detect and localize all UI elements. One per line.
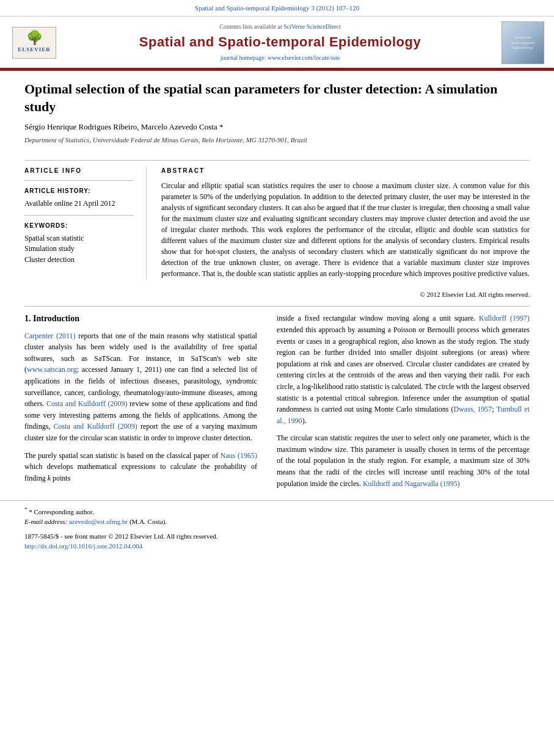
copyright-line: © 2012 Elsevier Ltd. All rights reserved… — [0, 286, 554, 300]
article-info-heading: Article Info — [24, 167, 134, 176]
article-history-label: Article history: — [24, 187, 134, 196]
header-center: Contents lists available at SciVerse Sci… — [66, 23, 494, 63]
body-right-column: inside a fixed rectangular window moving… — [267, 313, 530, 495]
right-para-2: The circular scan statistic requires the… — [277, 432, 530, 489]
doi-link[interactable]: http://dx.doi.org/10.1016/j.sste.2012.04… — [24, 542, 142, 550]
kulldorff-nagarwalla-link[interactable]: Kulldorff and Nagarwalla (1995) — [363, 479, 460, 488]
right-para-1: inside a fixed rectangular window moving… — [277, 313, 530, 426]
available-online: Available online 21 April 2012 — [24, 198, 134, 209]
doi-line: http://dx.doi.org/10.1016/j.sste.2012.04… — [24, 542, 530, 551]
costa-kulldorff-link-2[interactable]: Costa and Kulldorff (2009) — [54, 422, 137, 431]
journal-header: 🌳 ELSEVIER Contents lists available at S… — [0, 16, 554, 69]
red-divider — [0, 69, 554, 71]
journal-citation-bar: Spatial and Spatio-temporal Epidemiology… — [0, 0, 554, 16]
keyword-3: Cluster detection — [24, 255, 134, 265]
elsevier-label: ELSEVIER — [18, 46, 51, 54]
intro-para-2: The purely spatial scan statistic is bas… — [24, 450, 257, 484]
journal-homepage: journal homepage: www.elsevier.com/locat… — [66, 54, 494, 63]
author-affiliation: Department of Statistics, Universidade F… — [24, 136, 530, 145]
journal-title: Spatial and Spatio-temporal Epidemiology — [66, 32, 494, 52]
keywords-label: Keywords: — [24, 222, 134, 231]
abstract-text: Circular and elliptic spatial scan stati… — [161, 180, 530, 279]
article-authors: Sérgio Henrique Rodrigues Ribeiro, Marce… — [24, 122, 530, 133]
sciverse-line: Contents lists available at SciVerse Sci… — [66, 23, 494, 32]
article-info-panel: Article Info Article history: Available … — [24, 167, 147, 280]
footnote-section: * * Corresponding author. E-mail address… — [0, 500, 554, 529]
journal-cover-thumbnail: Spatial andSpatio-temporalEpidemiology — [501, 21, 544, 64]
kulldorff-1997-link[interactable]: Kulldorff (1997) — [479, 314, 530, 322]
dwass-link[interactable]: Dwass, 1957 — [454, 405, 492, 413]
abstract-heading: Abstract — [161, 167, 530, 176]
body-content: 1. Introduction Carpenter (2011) reports… — [0, 313, 554, 495]
abstract-panel: Abstract Circular and elliptic spatial s… — [147, 167, 530, 280]
keyword-2: Simulation study — [24, 244, 134, 254]
keyword-1: Spatial scan statistic — [24, 233, 134, 244]
article-title-section: Optimal selection of the spatial scan pa… — [0, 81, 554, 160]
tree-icon: 🌳 — [26, 31, 43, 45]
intro-para-1: Carpenter (2011) reports that one of the… — [24, 330, 257, 444]
intro-heading: 1. Introduction — [24, 313, 257, 325]
costa-kulldorff-link-1[interactable]: Costa and Kulldorff (2009) — [46, 399, 128, 408]
satscan-link[interactable]: www.satscan.org — [27, 365, 77, 374]
info-abstract-section: Article Info Article history: Available … — [0, 167, 554, 280]
naus-link[interactable]: Naus (1965) — [221, 451, 257, 460]
section-divider — [24, 306, 530, 307]
body-left-column: 1. Introduction Carpenter (2011) reports… — [24, 313, 267, 495]
email-label: E-mail address: azevedo@est.ufmg.br (M.A… — [24, 518, 167, 525]
logo-box: 🌳 ELSEVIER — [12, 27, 56, 59]
journal-citation: Spatial and Spatio-temporal Epidemiology… — [195, 4, 359, 12]
elsevier-logo: 🌳 ELSEVIER — [10, 27, 59, 59]
carpenter-link[interactable]: Carpenter (2011) — [24, 332, 76, 340]
footnote-text: * * Corresponding author. E-mail address… — [24, 506, 530, 527]
issn-line: 1877-5845/$ - see front matter © 2012 El… — [24, 532, 530, 542]
article-title: Optimal selection of the spatial scan pa… — [24, 81, 530, 115]
email-link[interactable]: azevedo@est.ufmg.br — [69, 518, 128, 525]
sciverse-link[interactable]: SciVerse ScienceDirect — [283, 23, 341, 30]
page-footer: 1877-5845/$ - see front matter © 2012 El… — [0, 529, 554, 554]
